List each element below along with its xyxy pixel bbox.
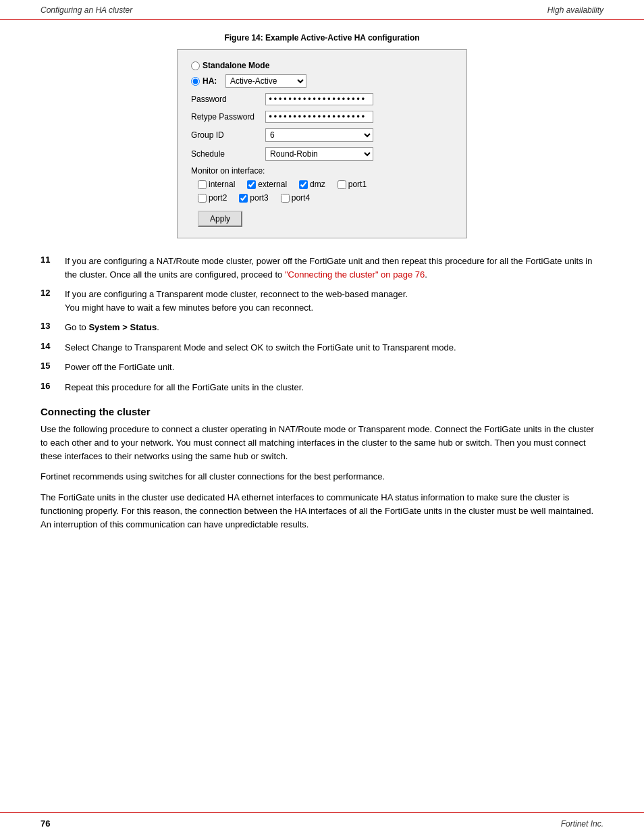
standalone-radio[interactable] (191, 61, 200, 70)
port4-checkbox-item[interactable]: port4 (281, 193, 310, 203)
port1-label: port1 (348, 180, 367, 189)
page-header: Configuring an HA cluster High availabil… (0, 0, 644, 20)
dmz-checkbox[interactable] (299, 180, 308, 189)
retype-password-row: Retype Password (191, 111, 453, 123)
port2-checkbox-item[interactable]: port2 (198, 193, 227, 203)
schedule-label: Schedule (191, 149, 265, 159)
port4-label: port4 (292, 193, 310, 203)
apply-row: Apply (191, 208, 453, 227)
password-label: Password (191, 95, 265, 104)
internal-checkbox[interactable] (198, 180, 207, 189)
retype-password-label: Retype Password (191, 112, 265, 122)
password-row: Password (191, 93, 453, 105)
standalone-mode-row: Standalone Mode (191, 61, 453, 70)
step-16-content: Repeat this procedure for all the FortiG… (65, 381, 603, 394)
external-label: external (258, 180, 287, 189)
step-14-content: Select Change to Transparent Mode and se… (65, 341, 603, 355)
step-16: 16 Repeat this procedure for all the For… (41, 381, 603, 394)
apply-button[interactable]: Apply (198, 211, 242, 227)
external-checkbox-item[interactable]: external (247, 180, 287, 189)
password-input[interactable] (265, 93, 373, 105)
group-id-label: Group ID (191, 130, 265, 140)
section-para-1: Use the following procedure to connect a… (41, 423, 603, 463)
main-content: Figure 14: Example Active-Active HA conf… (0, 20, 644, 552)
ha-mode-row: HA: Active-Active (191, 74, 453, 88)
port1-checkbox-item[interactable]: port1 (338, 180, 367, 189)
footer-company: Fortinet Inc. (561, 819, 603, 829)
port2-checkbox[interactable] (198, 194, 207, 203)
step-15-number: 15 (41, 361, 65, 371)
schedule-row: Schedule Round-Robin (191, 147, 453, 161)
figure-caption: Figure 14: Example Active-Active HA conf… (41, 33, 603, 43)
ha-label: HA: (203, 76, 223, 86)
dmz-checkbox-item[interactable]: dmz (299, 180, 325, 189)
header-right-text: High availability (547, 5, 603, 15)
step-16-number: 16 (41, 381, 65, 391)
internal-label: internal (209, 180, 235, 189)
step-11-number: 11 (41, 255, 65, 265)
page: Configuring an HA cluster High availabil… (0, 0, 644, 834)
port1-checkbox[interactable] (338, 180, 346, 189)
step-12: 12 If you are configuring a Transparent … (41, 288, 603, 314)
step-11: 11 If you are configuring a NAT/Route mo… (41, 255, 603, 281)
step-12-number: 12 (41, 288, 65, 298)
port4-checkbox[interactable] (281, 194, 290, 203)
step-14-number: 14 (41, 341, 65, 351)
connecting-cluster-heading: Connecting the cluster (41, 406, 603, 417)
monitor-label: Monitor on interface: (191, 166, 453, 176)
ha-config-dialog: Standalone Mode HA: Active-Active Passwo… (177, 49, 467, 238)
checkbox-row-1: internal external dmz port1 (198, 180, 453, 189)
step-13: 13 Go to System > Status. (41, 321, 603, 334)
connecting-cluster-link[interactable]: "Connecting the cluster" on page 76 (285, 269, 425, 280)
page-footer: 76 Fortinet Inc. (0, 812, 644, 834)
section-para-3: The FortiGate units in the cluster use d… (41, 491, 603, 531)
step-15-content: Power off the FortiGate unit. (65, 361, 603, 374)
step-12-content: If you are configuring a Transparent mod… (65, 288, 603, 314)
step-15: 15 Power off the FortiGate unit. (41, 361, 603, 374)
standalone-label: Standalone Mode (203, 61, 269, 70)
step-13-content: Go to System > Status. (65, 321, 603, 334)
header-left-text: Configuring an HA cluster (41, 5, 132, 15)
numbered-steps: 11 If you are configuring a NAT/Route mo… (41, 255, 603, 394)
port3-label: port3 (250, 193, 268, 203)
footer-page-number: 76 (41, 818, 50, 829)
port3-checkbox-item[interactable]: port3 (239, 193, 268, 203)
system-status-bold: System > Status (88, 322, 157, 332)
ha-radio[interactable] (191, 77, 200, 86)
schedule-select[interactable]: Round-Robin (265, 147, 373, 161)
port3-checkbox[interactable] (239, 194, 248, 203)
checkbox-row-2: port2 port3 port4 (198, 193, 453, 203)
step-11-content: If you are configuring a NAT/Route mode … (65, 255, 603, 281)
port2-label: port2 (209, 193, 227, 203)
external-checkbox[interactable] (247, 180, 256, 189)
dmz-label: dmz (310, 180, 325, 189)
retype-password-input[interactable] (265, 111, 373, 123)
section-para-2: Fortinet recommends using switches for a… (41, 470, 603, 484)
internal-checkbox-item[interactable]: internal (198, 180, 235, 189)
dialog-container: Standalone Mode HA: Active-Active Passwo… (41, 49, 603, 238)
group-id-select[interactable]: 6 (265, 128, 373, 142)
step-14: 14 Select Change to Transparent Mode and… (41, 341, 603, 355)
group-id-row: Group ID 6 (191, 128, 453, 142)
ha-mode-select[interactable]: Active-Active (225, 74, 306, 88)
step-13-number: 13 (41, 321, 65, 331)
